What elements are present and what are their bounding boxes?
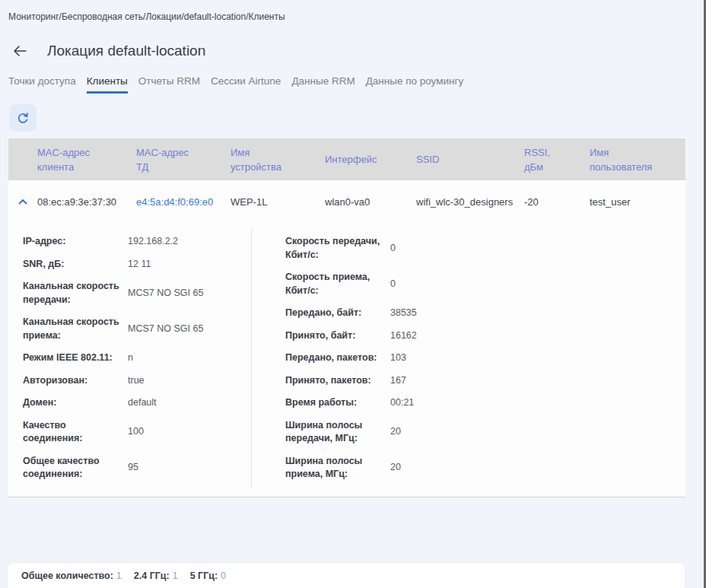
detail-row-tx-bytes: Передано, байт:38535 [285, 307, 571, 320]
back-button[interactable] [11, 42, 29, 60]
header-expander-spacer [8, 138, 37, 180]
tab-clients[interactable]: Клиенты [87, 75, 128, 94]
detail-row-rx-channel-rate: Канальная скорость приема:MCS7 NO SGI 65 [23, 316, 239, 342]
cell-device-name: WEP-1L [231, 180, 325, 223]
breadcrumb: Мониторинг/Беспроводная сеть/Локации/def… [8, 11, 285, 22]
detail-row-tx-bandwidth: Ширина полосы передачи, МГц:20 [285, 419, 571, 446]
detail-row-ip: IP-адрес:192.168.2.2 [23, 235, 239, 249]
chevron-up-icon [18, 199, 27, 205]
footer-total: Общее количество:1 [21, 571, 122, 581]
collapse-row-button[interactable] [8, 180, 37, 223]
column-header-interface: Интерфейс [325, 138, 416, 180]
page-title: Локация default-location [47, 43, 205, 59]
detail-row-domain: Домен:default [23, 396, 239, 410]
cell-ap-mac-link[interactable]: e4:5a:d4:f0:69:e0 [136, 196, 213, 208]
footer-5ghz: 5 ГГц:0 [190, 571, 226, 581]
tab-roaming-data[interactable]: Данные по роумингу [366, 75, 464, 94]
column-header-ap-mac: MAC-адрес ТД [136, 138, 231, 180]
details-left-column: IP-адрес:192.168.2.2 SNR, дБ:12 11 Канал… [8, 235, 251, 482]
title-row: Локация default-location [11, 42, 205, 60]
client-row: 08:ec:a9:3e:37:30 e4:5a:d4:f0:69:e0 WEP-… [8, 180, 685, 223]
detail-row-common-link-quality: Общее качество соединения:95 [23, 455, 239, 482]
column-header-ssid: SSID [416, 138, 524, 180]
details-column-divider [251, 229, 252, 488]
tab-rrm-data[interactable]: Данные RRM [291, 75, 355, 94]
detail-row-rx-rate: Скорость приема, Кбит/с:0 [285, 271, 571, 297]
cell-username: test_user [590, 180, 685, 223]
tab-bar: Точки доступа Клиенты Отчеты RRM Сессии … [8, 75, 463, 94]
refresh-button[interactable] [9, 104, 37, 132]
table-header-row: MAC-адрес клиента MAC-адрес ТД Имя устро… [8, 138, 685, 180]
tab-access-points[interactable]: Точки доступа [8, 75, 76, 94]
summary-footer: Общее количество:1 2.4 ГГц:1 5 ГГц:0 [8, 563, 685, 588]
column-header-client-mac: MAC-адрес клиента [37, 138, 136, 180]
tab-airtune-sessions[interactable]: Сессии Airtune [211, 75, 281, 94]
detail-row-link-quality: Качество соединения:100 [23, 419, 239, 446]
details-right-column: Скорость передачи, Кбит/с:0 Скорость при… [251, 235, 571, 482]
arrow-left-icon [13, 45, 27, 57]
detail-row-snr: SNR, дБ:12 11 [23, 258, 239, 272]
detail-row-tx-channel-rate: Канальная скорость передачи:MCS7 NO SGI … [23, 280, 239, 307]
detail-row-uptime: Время работы:00:21 [285, 396, 571, 410]
cell-interface: wlan0-va0 [325, 180, 416, 223]
column-header-device-name: Имя устройства [231, 138, 325, 180]
detail-row-rx-bandwidth: Ширина полосы приема, МГц:20 [285, 455, 571, 482]
detail-row-tx-packets: Передано, пакетов:103 [285, 351, 571, 365]
cell-ssid: wifi_wlc-30_designers [416, 180, 524, 223]
detail-row-rx-packets: Принято, пакетов:167 [285, 374, 571, 388]
footer-24ghz: 2.4 ГГц:1 [134, 571, 178, 581]
detail-row-authorized: Авторизован:true [23, 374, 239, 388]
clients-table: MAC-адрес клиента MAC-адрес ТД Имя устро… [8, 138, 685, 497]
detail-row-tx-rate: Скорость передачи, Кбит/с:0 [285, 235, 571, 262]
tab-rrm-reports[interactable]: Отчеты RRM [138, 75, 200, 94]
client-details-panel: IP-адрес:192.168.2.2 SNR, дБ:12 11 Канал… [8, 223, 685, 497]
cell-rssi: -20 [524, 180, 590, 223]
column-header-rssi: RSSI, дБм [524, 138, 590, 180]
column-header-username: Имя пользователя [590, 138, 685, 180]
cell-client-mac: 08:ec:a9:3e:37:30 [37, 180, 136, 223]
detail-row-ieee-mode: Режим IEEE 802.11:n [23, 351, 239, 365]
detail-row-rx-bytes: Принято, байт:16162 [285, 329, 571, 343]
refresh-icon [17, 112, 30, 125]
